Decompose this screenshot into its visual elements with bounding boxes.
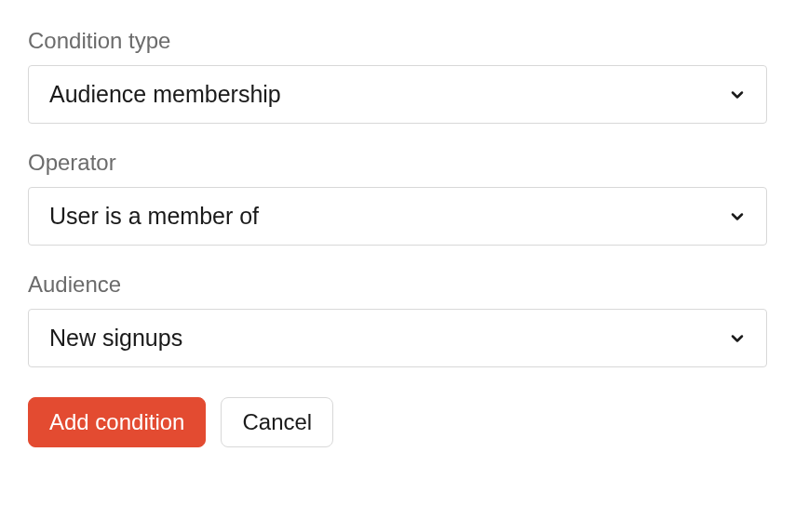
operator-select[interactable]: User is a member of	[28, 187, 767, 246]
condition-type-group: Condition type Audience membership	[28, 28, 767, 124]
operator-value: User is a member of	[49, 203, 259, 230]
audience-group: Audience New signups	[28, 272, 767, 367]
condition-type-label: Condition type	[28, 28, 767, 54]
operator-group: Operator User is a member of	[28, 150, 767, 246]
audience-label: Audience	[28, 272, 767, 298]
audience-value: New signups	[49, 325, 182, 352]
button-row: Add condition Cancel	[28, 397, 767, 447]
cancel-button[interactable]: Cancel	[221, 397, 333, 447]
operator-select-wrapper: User is a member of	[28, 187, 767, 246]
condition-type-select[interactable]: Audience membership	[28, 65, 767, 124]
audience-select[interactable]: New signups	[28, 309, 767, 367]
add-condition-button[interactable]: Add condition	[28, 397, 206, 447]
condition-type-value: Audience membership	[49, 81, 281, 108]
operator-label: Operator	[28, 150, 767, 176]
condition-type-select-wrapper: Audience membership	[28, 65, 767, 124]
audience-select-wrapper: New signups	[28, 309, 767, 367]
